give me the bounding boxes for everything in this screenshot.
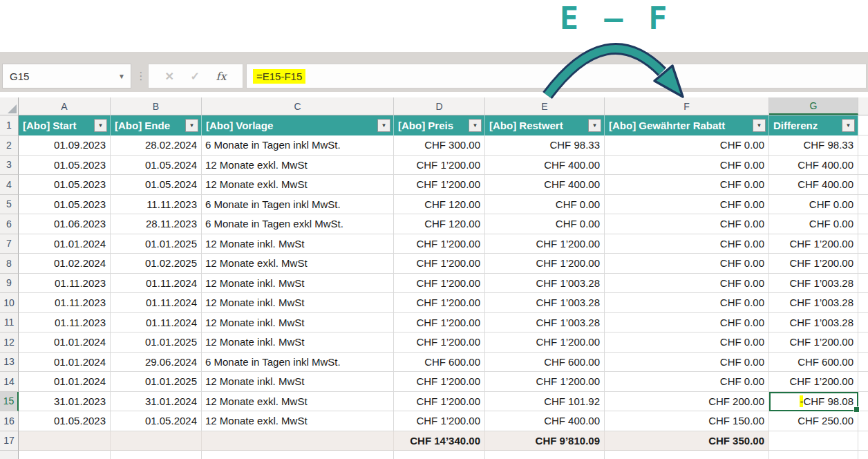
insert-function-icon[interactable]: fx: [216, 70, 226, 83]
cell-A16[interactable]: 01.05.2023: [19, 411, 111, 431]
row-header-9[interactable]: 9: [0, 274, 19, 294]
cell-A7[interactable]: 01.01.2024: [19, 234, 111, 254]
cell-F6[interactable]: CHF 0.00: [605, 214, 769, 234]
cell-G4[interactable]: CHF 400.00: [769, 175, 858, 195]
cell-E9[interactable]: CHF 1’003.28: [485, 274, 605, 294]
table-header-abo-gewahrter-rabatt[interactable]: [Abo] Gewährter Rabatt▼: [605, 115, 769, 135]
cell-C3[interactable]: 12 Monate exkl. MwSt: [202, 156, 394, 176]
cell-G16[interactable]: CHF 250.00: [769, 411, 858, 431]
cell-B8[interactable]: 01.02.2025: [111, 254, 202, 274]
cell-B17[interactable]: [111, 431, 202, 451]
cell-D14[interactable]: CHF 1’200.00: [394, 372, 485, 392]
cell-F16[interactable]: CHF 150.00: [605, 411, 769, 431]
cell-D18[interactable]: [394, 451, 485, 459]
cell-D17[interactable]: CHF 14’340.00: [394, 431, 485, 451]
row-header-10[interactable]: 10: [0, 293, 19, 313]
cell-G2[interactable]: CHF 98.33: [769, 135, 858, 156]
cell-E15[interactable]: CHF 101.92: [485, 392, 605, 412]
cell-D6[interactable]: CHF 120.00: [394, 214, 485, 234]
cell-E6[interactable]: CHF 0.00: [485, 214, 605, 234]
cell-D12[interactable]: CHF 1’200.00: [394, 332, 485, 353]
cell-D4[interactable]: CHF 1’200.00: [394, 175, 485, 195]
cell-E18[interactable]: [485, 451, 605, 459]
cell-F4[interactable]: CHF 0.00: [605, 175, 769, 195]
cell-A11[interactable]: 01.11.2023: [19, 313, 111, 333]
filter-button-abo-start[interactable]: ▼: [94, 119, 107, 132]
cell-A6[interactable]: 01.06.2023: [19, 214, 111, 234]
cell-D13[interactable]: CHF 600.00: [394, 353, 485, 373]
cell-D15[interactable]: CHF 1’200.00: [394, 392, 485, 412]
cell-B13[interactable]: 29.06.2024: [111, 353, 202, 373]
cell-A10[interactable]: 01.11.2023: [19, 293, 111, 313]
cell-C13[interactable]: 6 Monate in Tagen inkl MwSt.: [202, 353, 394, 373]
cell-G17[interactable]: [769, 431, 858, 451]
cell-E2[interactable]: CHF 98.33: [485, 135, 605, 156]
cancel-icon[interactable]: ✕: [165, 70, 174, 83]
cell-G11[interactable]: CHF 1’003.28: [769, 313, 858, 333]
cell-B12[interactable]: 01.01.2025: [111, 332, 202, 353]
formula-bar-drag-dots-icon[interactable]: ⋮: [135, 64, 147, 88]
cell-C4[interactable]: 12 Monate exkl. MwSt: [202, 175, 394, 195]
table-header-abo-restwert[interactable]: [Abo] Restwert▼: [485, 115, 605, 135]
cell-E12[interactable]: CHF 1’200.00: [485, 332, 605, 353]
name-box-caret-icon[interactable]: ▼: [118, 73, 125, 80]
cell-G15[interactable]: -CHF 98.08: [769, 392, 858, 412]
filter-button-differenz[interactable]: ▼: [842, 119, 855, 132]
cell-D8[interactable]: CHF 1’200.00: [394, 254, 485, 274]
column-header-G[interactable]: G: [769, 97, 858, 115]
filter-button-abo-vorlage[interactable]: ▼: [377, 119, 390, 132]
column-header-D[interactable]: D: [394, 97, 485, 115]
cell-E10[interactable]: CHF 1’003.28: [485, 293, 605, 313]
cell-E3[interactable]: CHF 400.00: [485, 156, 605, 176]
cell-B3[interactable]: 01.05.2024: [111, 156, 202, 176]
cell-A15[interactable]: 31.01.2023: [19, 392, 111, 412]
cell-G10[interactable]: CHF 1’003.28: [769, 293, 858, 313]
cell-B2[interactable]: 28.02.2024: [111, 135, 202, 156]
column-header-B[interactable]: B: [111, 97, 202, 115]
row-header-4[interactable]: 4: [0, 175, 19, 195]
cell-C2[interactable]: 6 Monate in Tagen inkl MwSt.: [202, 135, 394, 156]
cell-F14[interactable]: CHF 0.00: [605, 372, 769, 392]
cell-C12[interactable]: 12 Monate inkl. MwSt: [202, 332, 394, 353]
cell-C9[interactable]: 12 Monate inkl. MwSt: [202, 274, 394, 294]
table-header-differenz[interactable]: Differenz▼: [769, 115, 858, 135]
cell-C10[interactable]: 12 Monate inkl. MwSt: [202, 293, 394, 313]
cell-F17[interactable]: CHF 350.00: [605, 431, 769, 451]
cell-A13[interactable]: 01.01.2024: [19, 353, 111, 373]
cell-F18[interactable]: [605, 451, 769, 459]
filter-button-abo-restwert[interactable]: ▼: [588, 119, 601, 132]
row-header-1[interactable]: 1: [0, 115, 19, 135]
cell-G13[interactable]: CHF 600.00: [769, 353, 858, 373]
cell-G12[interactable]: CHF 1’200.00: [769, 332, 858, 353]
row-header-14[interactable]: 14: [0, 372, 19, 392]
select-all-button[interactable]: [0, 97, 19, 115]
column-header-C[interactable]: C: [202, 97, 394, 115]
cell-C14[interactable]: 12 Monate inkl. MwSt: [202, 372, 394, 392]
cell-A14[interactable]: 01.01.2024: [19, 372, 111, 392]
cell-F10[interactable]: CHF 0.00: [605, 293, 769, 313]
table-header-abo-start[interactable]: [Abo] Start▼: [19, 115, 111, 135]
cell-G5[interactable]: CHF 0.00: [769, 195, 858, 215]
fill-handle[interactable]: [853, 406, 860, 413]
cell-F15[interactable]: CHF 200.00: [605, 392, 769, 412]
row-header-3[interactable]: 3: [0, 156, 19, 176]
row-header-2[interactable]: 2: [0, 135, 19, 156]
cell-D2[interactable]: CHF 300.00: [394, 135, 485, 156]
cell-G18[interactable]: [769, 451, 858, 459]
cell-F11[interactable]: CHF 0.00: [605, 313, 769, 333]
cell-E14[interactable]: CHF 1’200.00: [485, 372, 605, 392]
row-header-18[interactable]: [0, 451, 19, 459]
cell-A9[interactable]: 01.11.2023: [19, 274, 111, 294]
cell-C6[interactable]: 6 Monate in Tagen exkl MwSt.: [202, 214, 394, 234]
cell-G8[interactable]: CHF 1’200.00: [769, 254, 858, 274]
row-header-7[interactable]: 7: [0, 234, 19, 254]
cell-C15[interactable]: 12 Monate exkl. MwSt: [202, 392, 394, 412]
enter-icon[interactable]: ✓: [191, 70, 200, 83]
filter-button-abo-gewahrter-rabatt[interactable]: ▼: [753, 119, 766, 132]
cell-E13[interactable]: CHF 600.00: [485, 353, 605, 373]
cell-F8[interactable]: CHF 0.00: [605, 254, 769, 274]
cell-C8[interactable]: 12 Monate exkl. MwSt: [202, 254, 394, 274]
cell-F13[interactable]: CHF 0.00: [605, 353, 769, 373]
cell-C11[interactable]: 12 Monate inkl. MwSt: [202, 313, 394, 333]
cell-C17[interactable]: [202, 431, 394, 451]
